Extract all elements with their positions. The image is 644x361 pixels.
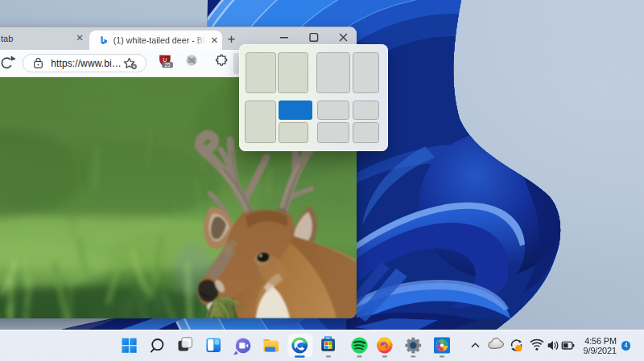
svg-text:25: 25 — [164, 62, 171, 68]
